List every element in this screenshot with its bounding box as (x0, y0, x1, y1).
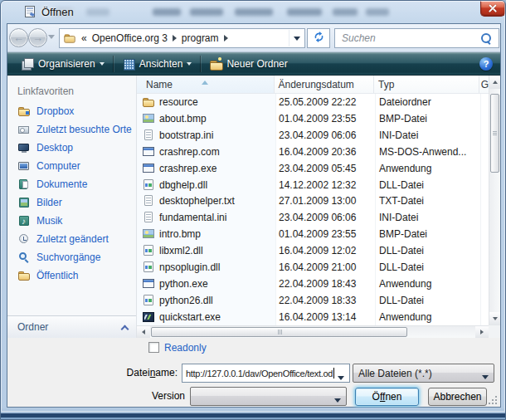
horizontal-scrollbar[interactable] (137, 325, 489, 338)
column-header-type[interactable]: Typ (374, 76, 479, 93)
back-button[interactable]: ← (9, 28, 28, 47)
sidebar: Linkfavoriten Dropbox Zuletzt besuchte O… (7, 76, 137, 338)
cancel-button[interactable]: Abbrechen (428, 388, 487, 406)
sidebar-item-dropbox[interactable]: Dropbox (7, 102, 136, 120)
scroll-right-button[interactable] (475, 326, 489, 338)
refresh-button[interactable] (307, 28, 330, 48)
sidebar-item-suchvorgaenge[interactable]: Suchvorgänge (7, 248, 136, 266)
file-browser: Linkfavoriten Dropbox Zuletzt besuchte O… (7, 76, 500, 338)
column-header-size[interactable]: G (479, 76, 489, 93)
table-row[interactable]: npsoplugin.dll 16.04.2009 21:00 DLL-Date… (137, 259, 489, 276)
sidebar-item-label: Zuletzt geändert (36, 233, 109, 245)
file-type: Dateiordner (375, 96, 480, 108)
forward-button[interactable]: → (28, 28, 47, 47)
desktop-icon (17, 141, 31, 154)
folders-expander[interactable]: Ordner (7, 315, 136, 338)
vertical-scroll-thumb[interactable] (490, 94, 499, 173)
table-row[interactable]: libxml2.dll 16.04.2009 12:02 DLL-Datei (137, 242, 489, 259)
toolbar: Organisieren Ansichten Neuer Ordner (7, 52, 500, 76)
table-row[interactable]: intro.bmp 01.04.2009 23:55 BMP-Datei (137, 226, 489, 242)
filetype-value: Alle Dateien (*.*) (358, 368, 432, 379)
history-chevron-icon[interactable] (48, 35, 55, 42)
sidebar-item-desktop[interactable]: Desktop (7, 139, 136, 157)
open-file-dialog: Öffnen ← → « OpenOffice.org 3 program (0, 0, 506, 420)
window-title: Öffnen (41, 6, 74, 18)
sidebar-item-oeffentlich[interactable]: Öffentlich (7, 266, 136, 285)
breadcrumb-segment[interactable]: OpenOffice.org 3 (92, 32, 168, 44)
address-dropdown-button[interactable] (289, 30, 304, 46)
file-date: 23.04.2009 06:06 (275, 212, 375, 223)
sidebar-item-label: Musik (36, 215, 62, 227)
table-row[interactable]: dbghelp.dll 14.12.2002 12:32 DLL-Datei (137, 177, 489, 193)
resize-grip[interactable] (488, 395, 497, 404)
table-row[interactable]: quickstart.exe 16.04.2009 13:14 Anwendun… (137, 309, 489, 325)
sidebar-item-zuletzt-geaendert[interactable]: Zuletzt geändert (7, 230, 136, 248)
scrollbar-corner (489, 325, 500, 338)
vertical-scrollbar[interactable] (489, 76, 500, 325)
column-header-name[interactable]: Name (137, 76, 275, 93)
table-row[interactable]: python.exe 22.04.2009 18:43 Anwendung (137, 276, 489, 292)
file-date: 23.04.2009 05:45 (275, 163, 375, 174)
blurred-background-text (287, 8, 322, 16)
file-type: TXT-Datei (375, 195, 480, 207)
sidebar-item-label: Desktop (36, 142, 73, 154)
scroll-left-button[interactable] (137, 326, 150, 338)
new-folder-button[interactable]: Neuer Ordner (202, 54, 294, 74)
sidebar-item-dokumente[interactable]: Dokumente (7, 175, 136, 193)
table-row[interactable]: bootstrap.ini 23.04.2009 06:06 INI-Datei (137, 127, 489, 144)
search-icon[interactable] (481, 33, 492, 44)
app-icon (142, 145, 155, 159)
sidebar-item-computer[interactable]: Computer (7, 157, 136, 175)
chevron-down-icon (100, 62, 105, 68)
breadcrumb[interactable]: « OpenOffice.org 3 program (59, 28, 305, 48)
text-icon (142, 129, 155, 142)
table-row[interactable]: about.bmp 01.04.2009 23:55 BMP-Datei (137, 110, 489, 127)
sidebar-item-zuletzt-besuchte-orte[interactable]: Zuletzt besuchte Orte (7, 120, 136, 139)
breadcrumb-arrow-icon[interactable] (224, 35, 228, 42)
filename-input[interactable]: http://127.0.0.1/dav/OpenOffice/text.odt (182, 364, 350, 383)
file-type: BMP-Datei (375, 228, 480, 240)
sidebar-item-musik[interactable]: Musik (7, 212, 136, 230)
table-row[interactable]: desktophelper.txt 27.01.2009 13:00 TXT-D… (137, 193, 489, 210)
sidebar-item-label: Suchvorgänge (36, 252, 100, 263)
table-row[interactable]: crashrep.com 16.04.2009 20:36 MS-DOS-Anw… (137, 144, 489, 160)
table-row[interactable]: resource 25.05.2009 22:22 Dateiordner (137, 94, 489, 110)
file-date: 22.04.2009 18:33 (275, 295, 375, 306)
breadcrumb-overflow-chevron[interactable]: « (81, 32, 87, 44)
table-row[interactable]: python26.dll 22.04.2009 18:33 DLL-Datei (137, 292, 489, 309)
chevron-down-icon[interactable] (338, 376, 344, 383)
sidebar-item-bilder[interactable]: Bilder (7, 193, 136, 212)
scroll-down-button[interactable] (489, 312, 500, 325)
breadcrumb-segment[interactable]: program (182, 32, 219, 44)
search-box (334, 28, 499, 48)
organize-button[interactable]: Organisieren (14, 54, 111, 74)
version-select[interactable] (190, 387, 347, 406)
blurred-background-text (235, 8, 273, 16)
search-input[interactable] (340, 31, 473, 46)
file-name: about.bmp (159, 113, 207, 125)
dll-icon (142, 178, 155, 192)
computer-icon (17, 159, 31, 173)
file-type: MS-DOS-Anwend... (375, 146, 480, 158)
filetype-select[interactable]: Alle Dateien (*.*) (353, 364, 494, 383)
dialog-client-area: ← → « OpenOffice.org 3 program (7, 23, 501, 408)
file-name: desktophelper.txt (159, 195, 235, 207)
layers-icon (21, 57, 34, 71)
breadcrumb-arrow-icon[interactable] (173, 35, 177, 42)
help-button[interactable] (479, 57, 493, 71)
text-icon (142, 194, 155, 208)
scroll-up-button[interactable] (489, 76, 500, 89)
table-row[interactable]: crashrep.exe 23.04.2009 05:45 Anwendung (137, 160, 489, 177)
new-folder-icon (209, 57, 222, 71)
close-button[interactable] (480, 1, 505, 17)
file-date: 23.04.2009 06:06 (275, 129, 375, 141)
readonly-checkbox[interactable] (148, 342, 159, 353)
open-button[interactable]: Öffnen (355, 388, 419, 406)
titlebar[interactable]: Öffnen (1, 1, 505, 23)
column-header-date[interactable]: Änderungsdatum (275, 76, 374, 93)
horizontal-scroll-thumb[interactable] (151, 327, 407, 337)
toolbar-separator (200, 56, 201, 72)
table-row[interactable]: fundamental.ini 23.04.2009 06:06 INI-Dat… (137, 209, 489, 226)
new-folder-label: Neuer Ordner (226, 58, 287, 70)
views-button[interactable]: Ansichten (115, 54, 199, 74)
